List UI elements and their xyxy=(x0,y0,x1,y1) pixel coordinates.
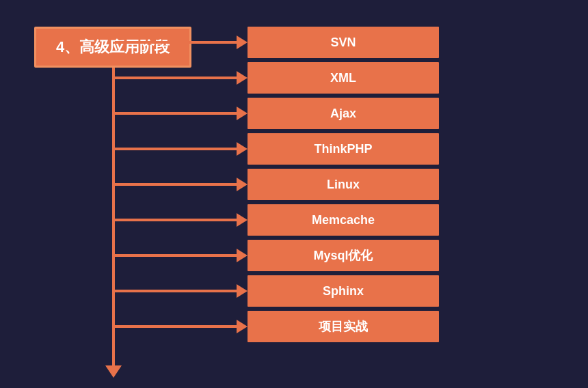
h-line-project xyxy=(115,325,238,328)
label-text-project: 项目实战 xyxy=(319,318,368,335)
label-box-linux: Linux xyxy=(248,169,439,200)
label-text-xml: XML xyxy=(330,71,356,85)
h-line-ajax xyxy=(115,112,238,115)
label-box-mysql: Mysql优化 xyxy=(248,240,439,271)
item-row-xml: XML xyxy=(115,62,439,94)
items-container: SVNXMLAjaxThinkPHPLinuxMemcacheMysql优化Sp… xyxy=(115,27,439,346)
label-box-thinkphp: ThinkPHP xyxy=(248,133,439,165)
arrow-head-mysql xyxy=(237,249,248,262)
item-row-memcache: Memcache xyxy=(115,204,439,236)
item-row-svn: SVN xyxy=(115,27,439,58)
label-box-xml: XML xyxy=(248,62,439,94)
label-box-memcache: Memcache xyxy=(248,204,439,236)
h-line-linux xyxy=(115,183,238,186)
arrow-head-ajax xyxy=(237,107,248,120)
item-row-sphinx: Sphinx xyxy=(115,275,439,307)
arrow-head-thinkphp xyxy=(237,142,248,156)
arrow-head-sphinx xyxy=(237,284,248,298)
item-row-project: 项目实战 xyxy=(115,311,439,342)
vertical-arrow-down xyxy=(105,365,122,378)
h-line-xml xyxy=(115,77,238,79)
h-line-svn xyxy=(115,41,238,44)
h-line-memcache xyxy=(115,219,238,221)
arrow-head-project xyxy=(237,320,248,333)
label-text-svn: SVN xyxy=(330,36,356,50)
h-line-sphinx xyxy=(115,290,238,292)
h-line-mysql xyxy=(115,254,238,257)
arrow-head-svn xyxy=(237,36,248,49)
label-box-svn: SVN xyxy=(248,27,439,58)
arrow-head-xml xyxy=(237,71,248,85)
label-box-sphinx: Sphinx xyxy=(248,275,439,307)
label-text-linux: Linux xyxy=(327,178,360,192)
label-text-thinkphp: ThinkPHP xyxy=(314,142,372,156)
item-row-linux: Linux xyxy=(115,169,439,200)
label-box-ajax: Ajax xyxy=(248,98,439,129)
label-text-mysql: Mysql优化 xyxy=(313,247,373,264)
item-row-thinkphp: ThinkPHP xyxy=(115,133,439,165)
item-row-ajax: Ajax xyxy=(115,98,439,129)
h-line-thinkphp xyxy=(115,148,238,150)
label-box-project: 项目实战 xyxy=(248,311,439,342)
arrow-head-linux xyxy=(237,178,248,191)
item-row-mysql: Mysql优化 xyxy=(115,240,439,271)
label-text-memcache: Memcache xyxy=(312,213,375,227)
label-text-ajax: Ajax xyxy=(330,107,356,121)
arrow-head-memcache xyxy=(237,213,248,227)
diagram-container: 4、高级应用阶段 SVNXMLAjaxThinkPHPLinuxMemcache… xyxy=(14,13,574,375)
label-text-sphinx: Sphinx xyxy=(323,284,364,299)
